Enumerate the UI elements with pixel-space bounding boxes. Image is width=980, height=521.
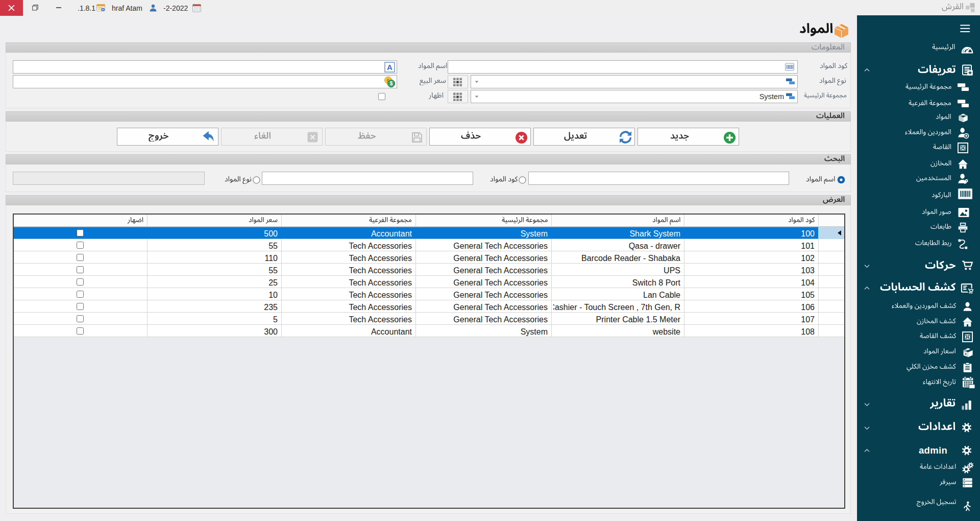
- svg-text:$: $: [390, 81, 393, 86]
- svg-text:A: A: [387, 63, 393, 72]
- svg-text:$: $: [965, 352, 967, 356]
